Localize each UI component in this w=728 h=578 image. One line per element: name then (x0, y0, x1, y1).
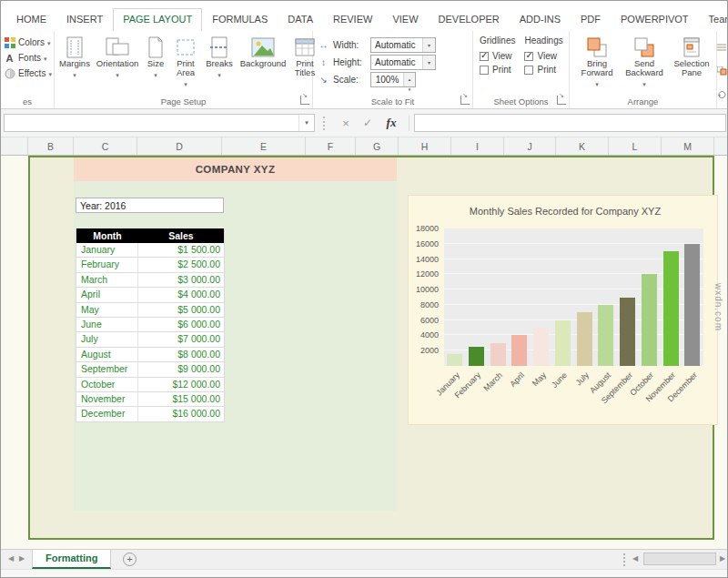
breaks-button[interactable]: Breaks (202, 35, 237, 78)
ribbon-tab-view[interactable]: VIEW (382, 8, 428, 31)
sales-cell[interactable]: $4 000.00 (138, 288, 224, 301)
checkbox-icon[interactable] (480, 52, 489, 61)
horizontal-scrollbar-thumb[interactable] (643, 553, 716, 565)
year-cell[interactable]: Year: 2016 (76, 198, 224, 213)
gridlines-view-checkbox[interactable]: View (480, 51, 515, 61)
bar-may[interactable] (533, 328, 549, 366)
ribbon-tab-data[interactable]: DATA (278, 8, 323, 31)
column-header-l[interactable]: L (609, 137, 662, 155)
headings-view-checkbox[interactable]: View (524, 51, 562, 61)
month-cell[interactable]: February (76, 258, 138, 271)
ribbon-tab-insert[interactable]: INSERT (56, 8, 113, 31)
month-cell[interactable]: March (76, 273, 138, 287)
enter-icon[interactable]: ✓ (358, 114, 378, 132)
month-cell[interactable]: July (76, 332, 138, 346)
sales-cell[interactable]: $2 500.00 (138, 258, 224, 271)
sheet-tab-formatting[interactable]: Formatting (32, 550, 111, 569)
column-header-d[interactable]: D (137, 137, 222, 155)
column-header-h[interactable]: H (399, 137, 451, 155)
column-header-b[interactable]: B (28, 137, 74, 155)
sheet-nav-right-icon[interactable] (19, 554, 25, 563)
month-cell[interactable]: January (76, 243, 138, 257)
month-cell[interactable]: December (76, 407, 138, 421)
month-cell[interactable]: May (76, 303, 138, 317)
sales-cell[interactable]: $3 000.00 (138, 273, 224, 287)
ribbon-tab-powerpivot[interactable]: POWERPIVOT (611, 8, 699, 31)
orientation-button[interactable]: Orientation (93, 35, 142, 78)
ribbon-tab-pdf[interactable]: PDF (571, 8, 611, 31)
table-row[interactable]: October$12 000.00 (76, 378, 224, 392)
checkbox-icon[interactable] (480, 66, 489, 75)
sales-cell[interactable]: $5 000.00 (138, 303, 224, 317)
month-cell[interactable]: November (76, 392, 138, 406)
print-area-button[interactable]: Print Area (169, 35, 202, 87)
gridlines-print-checkbox[interactable]: Print (480, 65, 515, 75)
size-button[interactable]: Size (142, 35, 169, 78)
sales-cell[interactable]: $9 000.00 (138, 362, 224, 376)
bar-february[interactable] (469, 347, 484, 366)
table-row[interactable]: April$4 000.00 (76, 288, 224, 302)
checkbox-icon[interactable] (524, 52, 533, 61)
sales-cell[interactable]: $12 000.00 (138, 378, 224, 391)
ribbon-tab-team[interactable]: Team (699, 8, 728, 31)
width-select[interactable]: Automatic (370, 37, 436, 53)
bar-march[interactable] (490, 343, 506, 366)
bar-july[interactable] (577, 312, 592, 366)
sheet-options-dialog-launcher[interactable] (557, 96, 566, 105)
table-row[interactable]: March$3 000.00 (76, 273, 224, 288)
month-cell[interactable]: October (76, 378, 138, 391)
month-cell[interactable]: August (76, 348, 138, 361)
table-row[interactable]: September$9 000.00 (76, 362, 224, 377)
column-header-k[interactable]: K (556, 137, 609, 155)
headings-print-checkbox[interactable]: Print (524, 65, 562, 75)
ribbon-tab-page-layout[interactable]: PAGE LAYOUT (113, 8, 202, 31)
name-box[interactable] (4, 114, 315, 132)
table-row[interactable]: January$1 500.00 (76, 243, 224, 258)
hscroll-left-icon[interactable] (632, 554, 638, 563)
scale-to-fit-dialog-launcher[interactable] (460, 96, 470, 105)
table-row[interactable]: July$7 000.00 (76, 332, 224, 347)
name-box-dropdown-icon[interactable] (298, 115, 314, 131)
ribbon-tab-home[interactable]: HOME (6, 8, 56, 31)
fonts-button[interactable]: Fonts (1, 50, 54, 66)
bar-december[interactable] (684, 244, 700, 366)
effects-button[interactable]: Effects (1, 66, 54, 81)
bar-november[interactable] (663, 251, 679, 366)
page-setup-dialog-launcher[interactable] (300, 96, 309, 105)
tab-splitter-handle[interactable] (623, 553, 625, 566)
bar-october[interactable] (642, 274, 657, 366)
bar-september[interactable] (620, 298, 635, 367)
chart-plot-area[interactable] (444, 228, 703, 366)
spinner-up-icon[interactable] (404, 73, 415, 83)
column-header-f[interactable]: F (306, 137, 356, 155)
sales-cell[interactable]: $15 000.00 (138, 392, 224, 406)
cancel-icon[interactable]: × (336, 114, 356, 132)
table-row[interactable]: December$16 000.00 (76, 407, 224, 421)
table-row[interactable]: June$6 000.00 (76, 318, 224, 332)
column-header-g[interactable]: G (356, 137, 399, 155)
column-header-j[interactable]: J (504, 137, 556, 155)
month-cell[interactable]: September (76, 362, 138, 376)
add-sheet-button[interactable]: + (123, 553, 136, 566)
hscroll-right-icon[interactable] (720, 554, 725, 563)
sales-cell[interactable]: $8 000.00 (138, 348, 224, 361)
sales-cell[interactable]: $16 000.00 (138, 407, 224, 421)
month-cell[interactable]: June (76, 318, 138, 331)
background-button[interactable]: Background (237, 35, 289, 68)
colors-button[interactable]: Colors (1, 35, 54, 50)
scale-stepper[interactable] (403, 73, 415, 86)
table-header-row[interactable]: Month Sales (76, 228, 224, 243)
ribbon-tab-formulas[interactable]: FORMULAS (202, 8, 278, 31)
ribbon-tab-developer[interactable]: DEVELOPER (429, 8, 510, 31)
column-header-c[interactable]: C (74, 137, 137, 155)
bar-june[interactable] (555, 320, 571, 366)
margins-button[interactable]: Margins (56, 35, 93, 78)
bar-january[interactable] (447, 354, 462, 366)
table-row[interactable]: November$15 000.00 (76, 392, 224, 407)
column-header-e[interactable]: E (222, 137, 306, 155)
sales-cell[interactable]: $7 000.00 (138, 332, 224, 346)
worksheet[interactable]: COMPANY XYZ Year: 2016 Month Sales Janua… (1, 156, 728, 549)
formula-bar-handle[interactable] (323, 117, 325, 130)
month-cell[interactable]: April (76, 288, 138, 301)
formula-input[interactable] (414, 114, 726, 132)
